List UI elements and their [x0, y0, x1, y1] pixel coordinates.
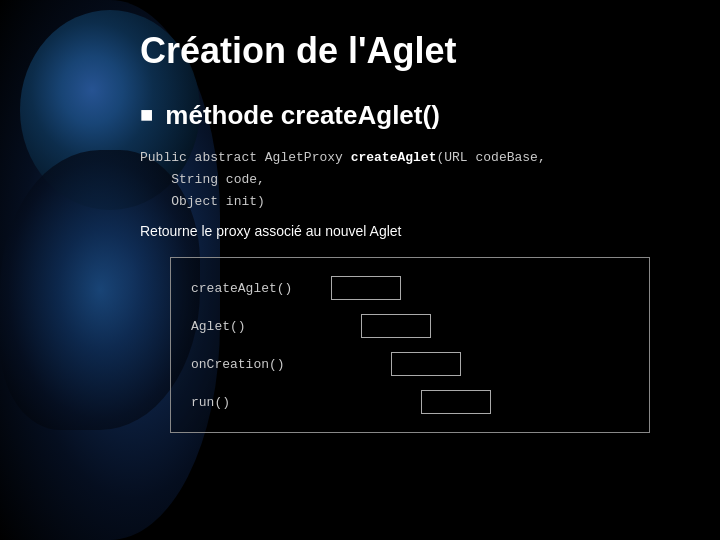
slide-content: Création de l'Aglet ■ méthode createAgle… — [0, 0, 720, 540]
diagram-box-3 — [391, 352, 461, 376]
code-line-2: String code, — [140, 169, 680, 191]
diagram-label-1: createAglet() — [191, 281, 331, 296]
code-line-1: Public abstract AgletProxy createAglet(U… — [140, 147, 680, 169]
code-end-1: (URL codeBase, — [436, 150, 545, 165]
diagram-label-4: run() — [191, 395, 331, 410]
code-keyword-1: Public abstract AgletProxy — [140, 150, 351, 165]
diagram-row-4: run() — [191, 390, 629, 414]
diagram-label-2: Aglet() — [191, 319, 331, 334]
slide-title: Création de l'Aglet — [140, 30, 680, 72]
bullet-icon: ■ — [140, 102, 153, 128]
diagram-row-3: onCreation() — [191, 352, 629, 376]
returns-label: Retourne le proxy associé au nouvel Agle… — [140, 223, 680, 239]
diagram-row-2: Aglet() — [191, 314, 629, 338]
method-section: ■ méthode createAglet() — [140, 100, 680, 131]
code-method-bold: createAglet — [351, 150, 437, 165]
diagram-label-3: onCreation() — [191, 357, 331, 372]
code-line-3: Object init) — [140, 191, 680, 213]
diagram-box-1 — [331, 276, 401, 300]
diagram-box-2 — [361, 314, 431, 338]
code-block: Public abstract AgletProxy createAglet(U… — [140, 147, 680, 213]
call-diagram: createAglet() Aglet() onCreation() run() — [170, 257, 650, 433]
diagram-row-1: createAglet() — [191, 276, 629, 300]
diagram-box-4 — [421, 390, 491, 414]
method-label: méthode createAglet() — [165, 100, 440, 131]
